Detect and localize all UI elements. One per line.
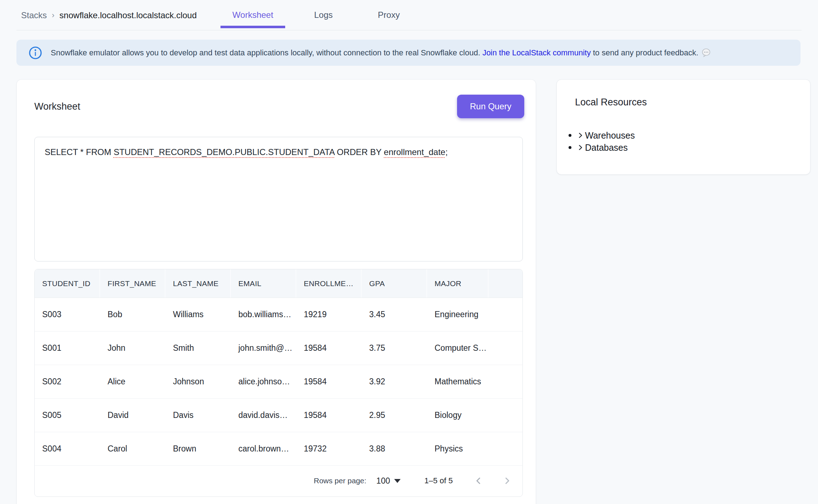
cell-enrollment: 19584 — [296, 399, 362, 432]
cell-email: alice.johnso… — [231, 365, 296, 398]
tab-worksheet[interactable]: Worksheet — [220, 0, 285, 30]
cell-gpa: 3.75 — [362, 331, 427, 365]
speech-balloon-icon — [701, 48, 711, 58]
localstack-community-link[interactable]: Join the LocalStack community — [482, 48, 591, 57]
cell-student-id: S003 — [35, 298, 100, 331]
cell-spacer — [489, 298, 522, 331]
results-table: STUDENT_ID FIRST_NAME LAST_NAME EMAIL EN… — [34, 269, 523, 497]
pagination-range-label: 1–5 of 5 — [424, 476, 453, 485]
cell-email: bob.williams… — [231, 298, 296, 331]
cell-student-id: S004 — [35, 432, 100, 465]
breadcrumb-separator-icon: › — [52, 11, 54, 20]
run-query-button[interactable]: Run Query — [457, 95, 524, 118]
sql-segment-spellcheck: enrollment_date — [384, 147, 445, 157]
cell-spacer — [489, 399, 522, 432]
dropdown-caret-icon — [394, 479, 401, 483]
cell-gpa: 3.92 — [362, 365, 427, 398]
column-header-student-id[interactable]: STUDENT_ID — [35, 269, 100, 298]
bullet-icon — [569, 134, 571, 137]
sql-segment-spellcheck: STUDENT_RECORDS_DEMO.PUBLIC.STUDENT_DATA — [114, 147, 334, 157]
nav-divider — [16, 30, 802, 30]
chevron-left-icon — [473, 475, 484, 486]
chevron-right-icon — [502, 475, 512, 486]
tree-item-databases[interactable]: Databases — [557, 141, 803, 154]
cell-enrollment: 19584 — [296, 331, 362, 365]
column-header-gpa[interactable]: GPA — [362, 269, 427, 298]
previous-page-button[interactable] — [471, 473, 486, 489]
sql-segment: SELECT * FROM — [45, 147, 114, 157]
cell-first-name: Carol — [100, 432, 165, 465]
cell-last-name: Smith — [165, 331, 231, 365]
cell-last-name: Brown — [165, 432, 231, 465]
worksheet-title: Worksheet — [34, 101, 80, 112]
chevron-right-icon — [576, 131, 584, 139]
rows-per-page-select[interactable]: 100 — [376, 476, 401, 486]
cell-major: Computer S… — [427, 331, 489, 365]
sql-segment: ; — [445, 147, 448, 157]
banner-text: Snowflake emulator allows you to develop… — [51, 48, 711, 58]
local-resources-card: Local Resources Warehouses Databases — [556, 79, 810, 175]
local-resources-title: Local Resources — [575, 97, 647, 108]
table-pagination: Rows per page: 100 1–5 of 5 — [35, 465, 522, 496]
cell-student-id: S001 — [35, 331, 100, 365]
top-nav: Stacks › snowflake.localhost.localstack.… — [0, 0, 818, 30]
tab-proxy[interactable]: Proxy — [369, 0, 409, 30]
cell-enrollment: 19219 — [296, 298, 362, 331]
sql-segment: ORDER BY — [334, 147, 384, 157]
cell-gpa: 3.45 — [362, 298, 427, 331]
cell-first-name: John — [100, 331, 165, 365]
cell-major: Biology — [427, 399, 489, 432]
cell-student-id: S002 — [35, 365, 100, 398]
cell-first-name: Bob — [100, 298, 165, 331]
tree-item-warehouses[interactable]: Warehouses — [557, 129, 803, 141]
column-header-last-name[interactable]: LAST_NAME — [165, 269, 231, 298]
table-header-row: STUDENT_ID FIRST_NAME LAST_NAME EMAIL EN… — [35, 269, 522, 298]
table-row[interactable]: S004 Carol Brown carol.brown… 19732 3.88… — [35, 432, 522, 466]
cell-spacer — [489, 365, 522, 398]
chevron-right-icon — [576, 144, 584, 151]
column-header-enrollment[interactable]: ENROLLME… — [296, 269, 362, 298]
cell-first-name: Alice — [100, 365, 165, 398]
cell-gpa: 2.95 — [362, 399, 427, 432]
column-header-spacer — [489, 269, 522, 298]
banner-text-after: to send any product feedback. — [591, 48, 698, 57]
sql-editor[interactable]: SELECT * FROM STUDENT_RECORDS_DEMO.PUBLI… — [34, 137, 523, 261]
page: Stacks › snowflake.localhost.localstack.… — [0, 0, 818, 504]
cell-major: Engineering — [427, 298, 489, 331]
cell-major: Mathematics — [427, 365, 489, 398]
table-row[interactable]: S001 John Smith john.smith@… 19584 3.75 … — [35, 331, 522, 365]
info-icon — [29, 46, 42, 60]
cell-student-id: S005 — [35, 399, 100, 432]
cell-spacer — [489, 331, 522, 365]
cell-email: david.davis… — [231, 399, 296, 432]
table-row[interactable]: S005 David Davis david.davis… 19584 2.95… — [35, 399, 522, 432]
worksheet-card: Worksheet Run Query SELECT * FROM STUDEN… — [16, 79, 536, 504]
banner-text-before: Snowflake emulator allows you to develop… — [51, 48, 482, 57]
breadcrumb: Stacks › snowflake.localhost.localstack.… — [21, 0, 197, 30]
table-row[interactable]: S003 Bob Williams bob.williams… 19219 3.… — [35, 298, 522, 331]
local-resources-tree: Warehouses Databases — [557, 129, 803, 154]
rows-per-page-label: Rows per page: — [314, 476, 366, 485]
tree-item-label: Warehouses — [585, 130, 635, 141]
cell-last-name: Johnson — [165, 365, 231, 398]
info-banner: Snowflake emulator allows you to develop… — [16, 40, 800, 66]
breadcrumb-current-stack: snowflake.localhost.localstack.cloud — [59, 10, 197, 20]
next-page-button[interactable] — [499, 473, 515, 489]
bullet-icon — [569, 146, 571, 149]
cell-enrollment: 19732 — [296, 432, 362, 465]
tab-logs[interactable]: Logs — [304, 0, 342, 30]
cell-spacer — [489, 432, 522, 465]
column-header-major[interactable]: MAJOR — [427, 269, 489, 298]
cell-last-name: Davis — [165, 399, 231, 432]
column-header-email[interactable]: EMAIL — [231, 269, 296, 298]
cell-email: john.smith@… — [231, 331, 296, 365]
cell-major: Physics — [427, 432, 489, 465]
tree-item-label: Databases — [585, 143, 628, 153]
cell-gpa: 3.88 — [362, 432, 427, 465]
table-row[interactable]: S002 Alice Johnson alice.johnso… 19584 3… — [35, 365, 522, 399]
column-header-first-name[interactable]: FIRST_NAME — [100, 269, 165, 298]
cell-first-name: David — [100, 399, 165, 432]
cell-email: carol.brown… — [231, 432, 296, 465]
breadcrumb-stacks-link[interactable]: Stacks — [21, 10, 47, 20]
cell-last-name: Williams — [165, 298, 231, 331]
